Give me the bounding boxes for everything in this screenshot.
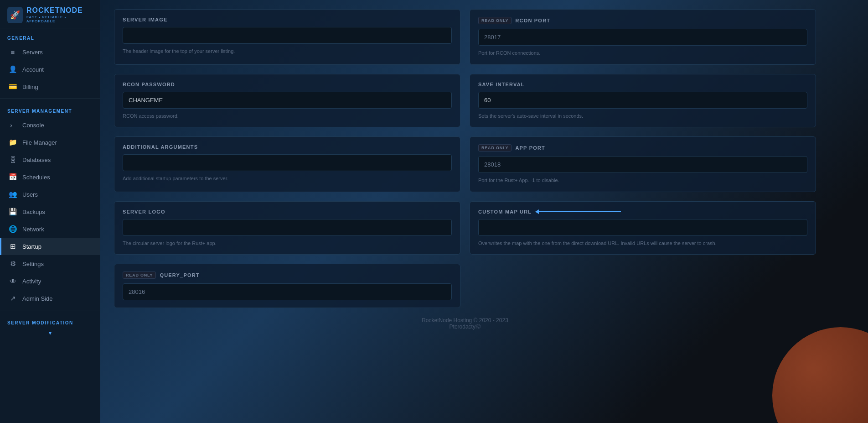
sidebar-label-users: Users (22, 191, 38, 198)
admin-side-icon: ↗ (9, 294, 17, 303)
field-label-custom-map-url: CUSTOM MAP URL (478, 209, 807, 214)
sidebar-label-admin-side: Admin Side (22, 295, 52, 302)
input-custom-map-url[interactable] (478, 219, 807, 236)
billing-icon: 💳 (9, 83, 17, 91)
logo-rocket: ROCKET (26, 6, 60, 14)
footer-line1: RocketNode Hosting © 2020 - 2023 (123, 317, 807, 324)
servers-icon: ≡ (9, 48, 17, 56)
sidebar-item-billing[interactable]: 💳 Billing (0, 78, 100, 95)
desc-save-interval: Sets the server's auto-save interval in … (478, 112, 807, 120)
file-manager-icon: 📁 (9, 138, 17, 146)
field-rcon-password: RCON PASSWORD RCON access password. (114, 74, 460, 128)
footer: RocketNode Hosting © 2020 - 2023 Pteroda… (114, 308, 816, 339)
sidebar-divider-1 (0, 98, 100, 99)
badge-readonly-rcon-port: READ ONLY (478, 17, 512, 24)
console-icon: ›_ (9, 121, 17, 129)
scroll-down-indicator: ▾ (0, 328, 100, 338)
sidebar-divider-2 (0, 310, 100, 310)
field-label-rcon-port: READ ONLY RCON PORT (478, 17, 807, 24)
sidebar-item-account[interactable]: 👤 Account (0, 61, 100, 78)
logo-icon: 🚀 (7, 7, 23, 23)
input-save-interval[interactable] (478, 92, 807, 109)
field-label-app-port: READ ONLY APP PORT (478, 144, 807, 151)
field-label-server-logo: SERVER LOGO (123, 209, 452, 214)
field-app-port: READ ONLY APP PORT Port for the Rust+ Ap… (470, 136, 816, 192)
field-server-logo: SERVER LOGO The circular server logo for… (114, 201, 460, 255)
desc-server-logo: The circular server logo for the Rust+ a… (123, 240, 452, 247)
fields-grid: SERVER IMAGE The header image for the to… (114, 9, 816, 308)
field-rcon-port: READ ONLY RCON PORT Port for RCON connec… (470, 9, 816, 65)
activity-icon: 👁 (9, 277, 17, 285)
sidebar-label-file-manager: File Manager (22, 139, 57, 146)
input-rcon-port[interactable] (478, 29, 807, 46)
sidebar-label-billing: Billing (22, 84, 38, 90)
logo-area: 🚀 ROCKETNODE FAST • RELIABLE • AFFORDABL… (0, 0, 100, 28)
empty-cell (470, 264, 816, 308)
input-server-logo[interactable] (123, 219, 452, 236)
sidebar-item-file-manager[interactable]: 📁 File Manager (0, 134, 100, 151)
input-additional-arguments[interactable] (123, 154, 452, 171)
field-save-interval: SAVE INTERVAL Sets the server's auto-sav… (470, 74, 816, 128)
account-icon: 👤 (9, 65, 17, 73)
content-area: SERVER IMAGE The header image for the to… (100, 0, 830, 357)
sidebar-item-startup[interactable]: ⊞ Startup (0, 238, 100, 255)
settings-icon: ⚙ (9, 260, 17, 268)
field-additional-arguments: ADDITIONAL ARGUMENTS Add additional star… (114, 136, 460, 192)
sidebar-item-servers[interactable]: ≡ Servers (0, 43, 100, 61)
sidebar-label-backups: Backups (22, 209, 45, 215)
startup-icon: ⊞ (9, 242, 17, 251)
server-modification-label: SERVER MODIFICATION (0, 313, 100, 328)
footer-line2: Pterodactyl© (123, 324, 807, 330)
input-app-port[interactable] (478, 156, 807, 173)
sidebar-item-activity[interactable]: 👁 Activity (0, 272, 100, 290)
databases-icon: 🗄 (9, 156, 17, 164)
sidebar-label-startup: Startup (22, 243, 41, 250)
logo-subtitle: FAST • RELIABLE • AFFORDABLE (26, 15, 93, 23)
field-label-save-interval: SAVE INTERVAL (478, 82, 807, 87)
schedules-icon: 📅 (9, 173, 17, 181)
field-label-rcon-password: RCON PASSWORD (123, 82, 452, 87)
input-server-image[interactable] (123, 27, 452, 44)
sidebar-item-schedules[interactable]: 📅 Schedules (0, 168, 100, 186)
sidebar-item-admin-side[interactable]: ↗ Admin Side (0, 290, 100, 307)
sidebar-item-settings[interactable]: ⚙ Settings (0, 255, 100, 272)
sidebar-item-network[interactable]: 🌐 Network (0, 220, 100, 238)
field-label-additional-arguments: ADDITIONAL ARGUMENTS (123, 144, 452, 150)
badge-readonly-query-port: READ ONLY (123, 272, 156, 279)
general-section-label: GENERAL (0, 28, 100, 43)
sidebar-label-databases: Databases (22, 157, 51, 163)
sidebar-item-backups[interactable]: 💾 Backups (0, 203, 100, 220)
sidebar-label-account: Account (22, 66, 44, 73)
backups-icon: 💾 (9, 208, 17, 216)
desc-rcon-port: Port for RCON connections. (478, 49, 807, 57)
sidebar-label-schedules: Schedules (22, 174, 50, 181)
desc-custom-map-url: Overwrites the map with the one from the… (478, 240, 807, 247)
sidebar: 🚀 ROCKETNODE FAST • RELIABLE • AFFORDABL… (0, 0, 100, 423)
sidebar-item-console[interactable]: ›_ Console (0, 116, 100, 134)
input-query-port[interactable] (123, 283, 452, 300)
desc-additional-arguments: Add additional startup parameters to the… (123, 175, 452, 183)
server-management-label: SERVER MANAGEMENT (0, 101, 100, 116)
sidebar-item-users[interactable]: 👥 Users (0, 186, 100, 203)
field-custom-map-url: CUSTOM MAP URL Overwrites the map with t… (470, 201, 816, 255)
main-content: SERVER IMAGE The header image for the to… (100, 0, 868, 423)
sidebar-label-activity: Activity (22, 278, 41, 285)
sidebar-label-servers: Servers (22, 49, 43, 56)
sidebar-label-network: Network (22, 226, 44, 233)
sidebar-label-console: Console (22, 122, 44, 129)
sidebar-item-databases[interactable]: 🗄 Databases (0, 151, 100, 168)
field-label-query-port: READ ONLY QUERY_PORT (123, 272, 452, 279)
users-icon: 👥 (9, 190, 17, 198)
desc-server-image: The header image for the top of your ser… (123, 47, 452, 55)
logo-name: ROCKETNODE FAST • RELIABLE • AFFORDABLE (26, 6, 93, 23)
sidebar-label-settings: Settings (22, 261, 44, 267)
desc-rcon-password: RCON access password. (123, 112, 452, 120)
input-rcon-password[interactable] (123, 92, 452, 109)
field-label-server-image: SERVER IMAGE (123, 17, 452, 22)
logo-node: NODE (60, 6, 83, 14)
field-server-image: SERVER IMAGE The header image for the to… (114, 9, 460, 65)
field-query-port: READ ONLY QUERY_PORT (114, 264, 460, 308)
logo-main-text: ROCKETNODE (26, 6, 93, 15)
badge-readonly-app-port: READ ONLY (478, 144, 512, 151)
network-icon: 🌐 (9, 225, 17, 233)
